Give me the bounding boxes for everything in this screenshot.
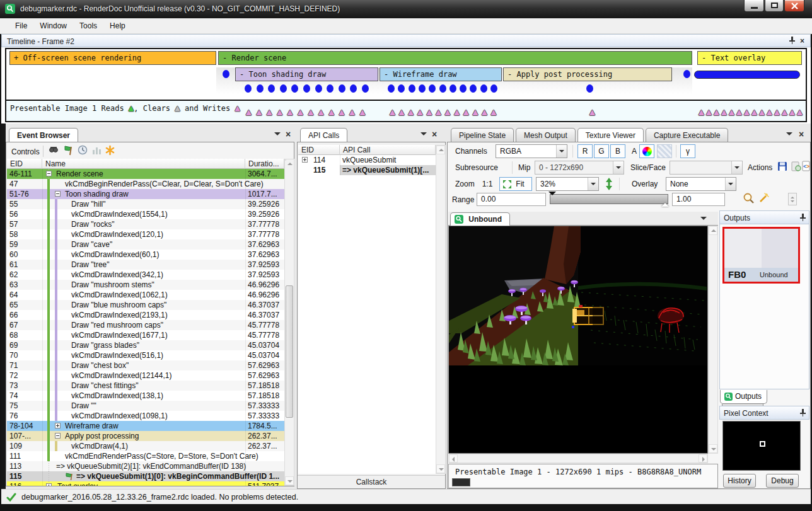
flip-y-icon[interactable]: [604, 177, 614, 193]
pixel-context-view[interactable]: [722, 421, 801, 471]
event-row[interactable]: 59Draw "cave"37.62963: [7, 239, 284, 250]
debug-button[interactable]: Debug: [766, 474, 799, 488]
mip-dropdown[interactable]: 0 - 1272x690: [535, 161, 624, 175]
right-panel-close-icon[interactable]: ×: [799, 129, 804, 139]
api-call-row[interactable]: 114vkQueueSubmit: [298, 155, 436, 165]
fit-button[interactable]: Fit: [499, 177, 532, 191]
api-call-row[interactable]: 115=> vkQueueSubmit(1)[...: [298, 165, 436, 175]
channel-r-button[interactable]: R: [577, 144, 593, 158]
zoom-range-icon[interactable]: [743, 192, 755, 207]
expand-expander-icon[interactable]: [46, 483, 52, 486]
range-black-handle[interactable]: [548, 192, 556, 199]
tab-api-calls[interactable]: API Calls: [300, 128, 347, 142]
expand-expander-icon[interactable]: [302, 157, 308, 163]
gamma-button[interactable]: γ: [680, 144, 695, 158]
timeline-bar--toon-shading-draw[interactable]: - Toon shading draw: [235, 67, 378, 81]
timeline-pin-icon[interactable]: [789, 36, 796, 47]
event-row[interactable]: 65Draw "blue mushroom caps"46.37037: [7, 300, 284, 310]
event-row[interactable]: 66vkCmdDrawIndexed(2193,1)46.37037: [7, 310, 284, 320]
event-row[interactable]: 74vkCmdDrawIndexed(138,1)57.18518: [7, 391, 284, 401]
event-row[interactable]: 58vkCmdDrawIndexed(120,1)37.77778: [7, 229, 284, 239]
menu-file[interactable]: File: [9, 18, 33, 33]
overlay-dropdown[interactable]: None: [666, 177, 736, 191]
tab-unbound-texture[interactable]: Unbound: [450, 212, 510, 226]
event-row[interactable]: 75Draw ""57.33333: [7, 401, 284, 411]
menu-tools[interactable]: Tools: [73, 18, 103, 33]
event-row[interactable]: 64vkCmdDrawIndexed(1062,1)46.96296: [7, 290, 284, 300]
event-row[interactable]: 71Draw "chest box"57.62963: [7, 360, 284, 370]
channel-a-button[interactable]: A: [627, 144, 642, 158]
callstack-section[interactable]: Callstack: [298, 475, 445, 488]
column-header-name[interactable]: Name: [42, 159, 245, 169]
event-table[interactable]: EID Name Duratio... 46-111Render scene30…: [7, 159, 284, 486]
minimize-button[interactable]: [744, 0, 764, 12]
save-icon[interactable]: [777, 161, 788, 174]
timeline-bar--wireframe-draw[interactable]: - Wireframe draw: [380, 67, 502, 81]
api-calls-table[interactable]: EID API Call 114vkQueueSubmit115=> vkQue…: [298, 145, 436, 474]
event-row[interactable]: 116-...Text overlay511.7037: [7, 481, 284, 486]
event-row[interactable]: 111vkCmdEndRenderPass(C=Store, D=Store, …: [7, 451, 284, 461]
asterisk-icon[interactable]: [105, 145, 115, 158]
event-row[interactable]: 73Draw "chest fittings"57.18518: [7, 381, 284, 391]
open-code-icon[interactable]: <>: [802, 161, 811, 174]
event-row[interactable]: 63Draw "mushroom stems"46.96296: [7, 280, 284, 290]
event-row[interactable]: 72vkCmdDrawIndexed(12144,1)57.62963: [7, 370, 284, 381]
scrollbar-thumb[interactable]: [286, 285, 293, 418]
timeline-close-icon[interactable]: ×: [800, 37, 804, 45]
event-browser-close-icon[interactable]: ×: [286, 129, 291, 139]
api-calls-scrollbar[interactable]: [436, 145, 446, 474]
event-row[interactable]: 47vkCmdBeginRenderPass(C=Clear, D=Clear,…: [7, 179, 284, 189]
history-button[interactable]: History: [723, 474, 756, 488]
tab-capture-executable[interactable]: Capture Executable: [646, 128, 728, 142]
close-button[interactable]: [784, 0, 804, 12]
autofit-wand-icon[interactable]: [758, 192, 770, 206]
texture-hscrollbar[interactable]: [448, 454, 708, 463]
pixel-context-pin-icon[interactable]: [799, 408, 806, 419]
range-slider[interactable]: [550, 194, 668, 204]
outputs-pin-icon[interactable]: [799, 213, 806, 224]
api-column-eid[interactable]: EID: [298, 145, 340, 155]
maximize-button[interactable]: [765, 0, 784, 12]
time-draws-icon[interactable]: [78, 145, 88, 158]
output-thumbnail-fb0[interactable]: FB0 Unbound: [722, 227, 800, 284]
channels-dropdown[interactable]: RGBA: [496, 144, 567, 158]
right-panel-menu-arrow-icon[interactable]: [786, 132, 792, 141]
tab-texture-viewer[interactable]: Texture Viewer: [577, 128, 644, 142]
texture-tab-dropdown-icon[interactable]: [700, 216, 707, 225]
tab-outputs[interactable]: Outputs: [720, 390, 767, 404]
event-row[interactable]: 70vkCmdDrawIndexed(516,1)45.03704: [7, 350, 284, 360]
event-row[interactable]: 67Draw "red mushroom caps"45.77778: [7, 320, 284, 330]
tab-pipeline-state[interactable]: Pipeline State: [451, 128, 514, 142]
event-row[interactable]: 55Draw "hill"39.25926: [7, 199, 284, 209]
event-row[interactable]: 113=> vkQueueSubmit(2)[1]: vkEndCommandB…: [7, 461, 284, 471]
expand-expander-icon[interactable]: [55, 423, 61, 428]
toolbar-overflow-spinner[interactable]: [788, 193, 797, 205]
texture-vscrollbar[interactable]: [708, 226, 718, 454]
zoom-level-dropdown[interactable]: 32%: [536, 177, 599, 191]
collapse-expander-icon[interactable]: [55, 191, 61, 197]
timeline-bar--render-scene[interactable]: - Render scene: [218, 51, 692, 65]
channel-g-button[interactable]: G: [594, 144, 609, 158]
event-row[interactable]: 46-111Render scene3064.7...: [7, 169, 284, 179]
event-browser-scrollbar[interactable]: [284, 159, 294, 486]
find-icon[interactable]: [48, 146, 59, 158]
api-calls-close-icon[interactable]: ×: [432, 129, 437, 139]
event-row[interactable]: 69Draw "grass blades"45.03704: [7, 340, 284, 350]
event-browser-menu-arrow-icon[interactable]: [274, 132, 281, 141]
event-row[interactable]: 76vkCmdDrawIndexed(1098,1)57.33333: [7, 411, 284, 421]
event-row[interactable]: 62vkCmdDrawIndexed(342,1)37.92593: [7, 270, 284, 280]
api-column-call[interactable]: API Call: [340, 145, 436, 155]
event-row[interactable]: 115=> vkQueueSubmit(1)[0]: vkBeginComman…: [7, 471, 284, 481]
event-row[interactable]: 57Draw "rocks"37.77778: [7, 219, 284, 229]
event-row[interactable]: 109vkCmdDraw(4,1)262.37...: [7, 441, 284, 451]
column-header-duration[interactable]: Duratio...: [245, 159, 284, 169]
timeline-bar--text-overlay[interactable]: - Text overlay: [697, 51, 802, 65]
menu-window[interactable]: Window: [33, 18, 73, 33]
event-row[interactable]: 107-...Apply post processing262.37...: [7, 431, 284, 441]
timeline-bar--apply-post-processing[interactable]: - Apply post processing: [503, 67, 672, 81]
tab-mesh-output[interactable]: Mesh Output: [516, 128, 576, 142]
slice-face-dropdown[interactable]: [670, 161, 743, 175]
tab-event-browser[interactable]: Event Browser: [9, 128, 78, 142]
range-min-input[interactable]: 0.00: [477, 193, 546, 206]
event-row[interactable]: 68vkCmdDrawIndexed(1677,1)45.77778: [7, 330, 284, 340]
